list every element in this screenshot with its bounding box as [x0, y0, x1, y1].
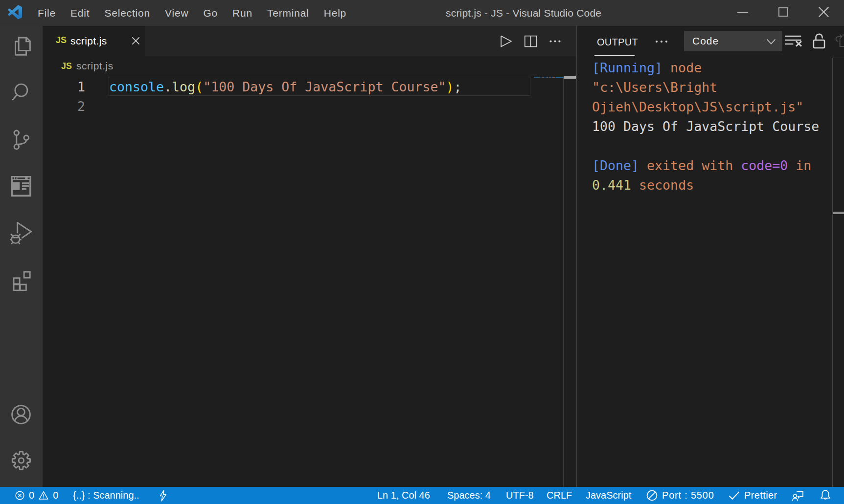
language-label: JavaScript — [586, 490, 631, 501]
eol-status[interactable]: CRLF — [547, 487, 572, 504]
menu-item-run[interactable]: Run — [225, 0, 260, 26]
minimap-token — [549, 77, 551, 78]
output-segment: [Done] — [592, 158, 647, 173]
maximize-icon — [778, 7, 788, 17]
minimap-border — [563, 77, 564, 487]
code-line: console.log("100 Days Of JavaScript Cour… — [109, 77, 462, 97]
output-overview-ruler-cursor — [833, 212, 844, 214]
menu-item-help[interactable]: Help — [317, 0, 354, 26]
problems-status[interactable]: 0 0 — [15, 487, 58, 504]
output-segment: [Running] — [592, 60, 670, 75]
output-log[interactable]: [Running] node "c:\Users\Bright Ojieh\De… — [577, 58, 844, 487]
menu-item-go[interactable]: Go — [196, 0, 225, 26]
live-preview-icon[interactable] — [10, 175, 32, 197]
bolt-icon — [159, 490, 168, 502]
menu-item-selection[interactable]: Selection — [97, 0, 158, 26]
output-line: 0.441 seconds — [592, 175, 830, 195]
explorer-icon[interactable] — [10, 35, 32, 58]
encoding-status[interactable]: UTF-8 — [506, 487, 534, 504]
warning-count: 0 — [53, 490, 58, 501]
port-status[interactable]: Port : 5500 — [646, 487, 714, 504]
check-icon — [728, 490, 740, 501]
breadcrumb-js-icon: JS — [61, 61, 72, 71]
breadcrumb-file: script.js — [76, 60, 114, 72]
source-control-icon[interactable] — [10, 129, 32, 151]
circle-slash-icon — [646, 489, 658, 502]
output-segment: exited with — [647, 158, 741, 173]
js-file-icon: JS — [56, 35, 67, 45]
code-token: . — [164, 79, 172, 94]
menu-item-edit[interactable]: Edit — [63, 0, 97, 26]
window-title: script.js - JS - Visual Studio Code — [446, 0, 601, 26]
code-token: console — [109, 79, 164, 94]
run-and-debug-icon[interactable] — [10, 222, 32, 244]
output-segment: seconds — [631, 177, 694, 193]
extensions-icon[interactable] — [10, 268, 32, 291]
output-segment: 0.441 — [592, 177, 631, 193]
feedback-icon — [791, 489, 804, 502]
minimap-token — [547, 77, 548, 78]
overview-ruler-cursor — [564, 76, 576, 79]
window-controls — [722, 0, 844, 26]
output-segment: Ojieh\Desktop\JS\script.js" — [592, 99, 803, 114]
lock-scroll-icon[interactable] — [810, 33, 827, 50]
title-bar: FileEditSelectionViewGoRunTerminalHelp s… — [0, 0, 844, 26]
line-number-1: 1 — [56, 77, 85, 97]
panel-action-icons — [577, 26, 844, 56]
output-ruler-border-top — [832, 58, 844, 59]
menu-item-file[interactable]: File — [30, 0, 63, 26]
output-lines: [Running] node "c:\Users\Bright Ojieh\De… — [592, 58, 830, 195]
bell-icon — [819, 489, 832, 502]
error-icon — [15, 490, 25, 501]
error-count: 0 — [29, 490, 34, 501]
indentation-status[interactable]: Spaces: 4 — [447, 487, 491, 504]
run-file-button[interactable] — [500, 35, 512, 48]
language-status[interactable]: JavaScript — [586, 487, 631, 504]
editor-actions — [500, 26, 561, 56]
menu-item-terminal[interactable]: Terminal — [260, 0, 317, 26]
close-window-button[interactable] — [803, 0, 844, 26]
menu-bar: FileEditSelectionViewGoRunTerminalHelp — [30, 0, 354, 26]
more-actions-button[interactable] — [549, 35, 561, 47]
vscode-logo-icon — [8, 5, 22, 20]
activity-bar — [0, 26, 43, 487]
minimap-token — [534, 77, 539, 78]
clear-output-icon[interactable] — [784, 31, 802, 50]
open-output-in-editor-icon[interactable] — [833, 34, 844, 48]
menu-item-view[interactable]: View — [158, 0, 196, 26]
encoding-label: UTF-8 — [506, 490, 534, 501]
tab-script-js[interactable]: JS script.js — [43, 26, 145, 56]
output-line: [Running] node — [592, 58, 830, 78]
minimap-token — [552, 77, 555, 78]
scanning-label: {..} : Scanning.. — [73, 490, 139, 501]
feedback-button[interactable] — [791, 487, 804, 504]
cursor-position-status[interactable]: Ln 1, Col 46 — [377, 487, 430, 504]
port-label: Port : 5500 — [662, 490, 714, 501]
minimap-token — [539, 77, 540, 78]
formatter-status[interactable]: Prettier — [728, 487, 777, 504]
spell-checker-status[interactable]: {..} : Scanning.. — [73, 487, 139, 504]
split-editor-button[interactable] — [524, 35, 537, 47]
output-segment: in — [788, 158, 811, 173]
search-icon[interactable] — [10, 82, 32, 104]
settings-gear-icon[interactable] — [10, 449, 32, 472]
tab-close-icon[interactable] — [130, 35, 141, 46]
minimize-icon — [737, 12, 748, 13]
tab-bar: JS script.js — [43, 26, 576, 56]
formatter-label: Prettier — [744, 490, 777, 501]
code-editor[interactable]: 1 2 console.log("100 Days Of JavaScript … — [43, 76, 576, 487]
account-icon[interactable] — [10, 403, 32, 426]
output-panel: OUTPUT Code — [577, 26, 844, 487]
eol-label: CRLF — [547, 490, 572, 501]
output-segment: code=0 — [741, 158, 788, 173]
output-segment: "c:\Users\Bright — [592, 80, 725, 95]
maximize-button[interactable] — [763, 0, 803, 26]
breadcrumb[interactable]: JS script.js — [43, 56, 576, 76]
code-token: ; — [454, 79, 462, 94]
code-token: "100 Days Of JavaScript Course" — [203, 79, 446, 94]
notifications-button[interactable] — [819, 487, 832, 504]
live-server-bolt[interactable] — [159, 487, 168, 504]
output-segment: 100 Days Of JavaScript Course — [592, 119, 819, 134]
status-bar: 0 0 {..} : Scanning.. Ln 1, Col 46 Space… — [0, 487, 844, 504]
minimize-button[interactable] — [722, 0, 763, 26]
